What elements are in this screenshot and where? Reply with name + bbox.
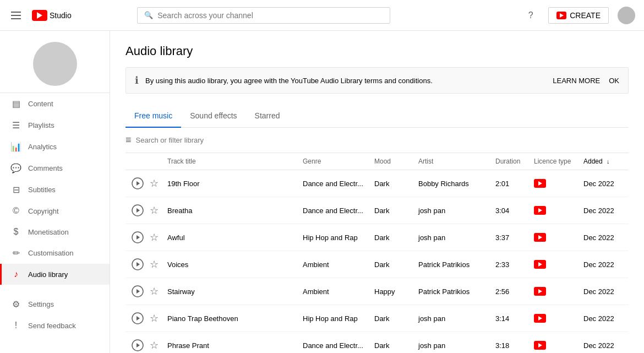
youtube-licence-badge: [534, 233, 546, 242]
track-controls: ☆: [130, 311, 159, 326]
help-button[interactable]: ?: [522, 7, 539, 24]
header-right: ? CREATE: [522, 7, 635, 24]
sidebar-label-copyright: Copyright: [28, 207, 59, 215]
track-artist: josh pan: [414, 197, 491, 224]
create-button[interactable]: CREATE: [548, 7, 609, 24]
track-controls-cell: ☆: [125, 224, 163, 251]
track-artist: josh pan: [414, 224, 491, 251]
filter-input[interactable]: [136, 136, 629, 144]
play-button[interactable]: [130, 338, 145, 353]
sidebar-avatar-section: [0, 31, 110, 93]
sidebar-label-analytics: Analytics: [28, 143, 57, 151]
track-title: Stairway: [163, 278, 298, 305]
table-row: ☆ Piano Trap Beethoven Hip Hop and Rap D…: [125, 305, 629, 332]
page-title: Audio library: [125, 44, 629, 58]
star-button[interactable]: ☆: [150, 177, 159, 189]
track-controls-cell: ☆: [125, 332, 163, 354]
play-button[interactable]: [130, 257, 145, 272]
sidebar-item-audio-library[interactable]: ♪ Audio library: [0, 264, 110, 285]
track-duration: 3:18: [491, 332, 530, 354]
track-artist: Bobby Richards: [414, 170, 491, 197]
main-content: Audio library ℹ By using this audio libr…: [110, 31, 644, 353]
track-licence: [530, 251, 579, 278]
star-button[interactable]: ☆: [150, 204, 159, 216]
youtube-licence-badge: [534, 206, 546, 215]
play-button[interactable]: [130, 284, 145, 299]
track-title: Voices: [163, 251, 298, 278]
track-added: Dec 2022: [579, 278, 629, 305]
track-added: Dec 2022: [579, 332, 629, 354]
track-genre: Ambient: [298, 278, 370, 305]
sidebar-item-playlists[interactable]: ☰ Playlists: [0, 115, 110, 136]
track-controls-cell: ☆: [125, 251, 163, 278]
tracks-body: ☆ 19th Floor Dance and Electr... Dark Bo…: [125, 170, 629, 354]
sidebar-item-analytics[interactable]: 📊 Analytics: [0, 136, 110, 158]
play-button[interactable]: [130, 203, 145, 218]
table-header: Track title Genre Mood Artist Duration L…: [125, 153, 629, 170]
star-button[interactable]: ☆: [150, 231, 159, 243]
track-title: Phrase Prant: [163, 332, 298, 354]
create-icon: [556, 12, 566, 19]
search-icon: 🔍: [144, 11, 153, 19]
sidebar-item-copyright[interactable]: © Copyright: [0, 200, 110, 221]
sidebar-item-customisation[interactable]: ✏ Customisation: [0, 242, 110, 264]
svg-marker-7: [137, 262, 140, 267]
star-button[interactable]: ☆: [150, 285, 159, 297]
track-added: Dec 2022: [579, 170, 629, 197]
svg-marker-3: [137, 208, 140, 213]
search-bar[interactable]: 🔍: [137, 7, 390, 24]
sidebar-item-content[interactable]: ▤ Content: [0, 93, 110, 115]
avatar[interactable]: [618, 7, 635, 24]
track-duration: 3:14: [491, 305, 530, 332]
ok-button[interactable]: OK: [609, 77, 619, 85]
sidebar-item-comments[interactable]: 💬 Comments: [0, 158, 110, 179]
menu-icon[interactable]: [9, 9, 23, 21]
track-artist: josh pan: [414, 332, 491, 354]
track-licence: [530, 278, 579, 305]
track-added: Dec 2022: [579, 224, 629, 251]
tab-sound-effects[interactable]: Sound effects: [181, 105, 245, 128]
logo: Studio: [32, 10, 72, 21]
track-title: Piano Trap Beethoven: [163, 305, 298, 332]
play-button[interactable]: [130, 230, 145, 245]
track-licence: [530, 332, 579, 354]
sidebar-item-monetisation[interactable]: $ Monetisation: [0, 221, 110, 242]
sidebar-item-subtitles[interactable]: ⊟ Subtitles: [0, 179, 110, 200]
col-added[interactable]: Added ↓: [579, 153, 629, 170]
create-label: CREATE: [570, 11, 601, 20]
sidebar-item-settings[interactable]: ⚙ Settings: [0, 294, 110, 315]
col-duration: Duration: [491, 153, 530, 170]
sidebar-label-customisation: Customisation: [28, 249, 73, 257]
table-row: ☆ Awful Hip Hop and Rap Dark josh pan 3:…: [125, 224, 629, 251]
star-button[interactable]: ☆: [150, 312, 159, 324]
youtube-licence-badge: [534, 314, 546, 323]
tab-free-music[interactable]: Free music: [125, 105, 181, 128]
tabs: Free music Sound effects Starred: [125, 105, 629, 128]
learn-more-link[interactable]: LEARN MORE: [553, 77, 600, 85]
youtube-icon: [32, 10, 47, 21]
track-controls: ☆: [130, 176, 159, 191]
track-artist: josh pan: [414, 305, 491, 332]
sidebar-label-audio-library: Audio library: [28, 270, 68, 279]
header-left: Studio: [9, 9, 72, 21]
track-mood: Dark: [370, 170, 414, 197]
search-input[interactable]: [157, 11, 383, 20]
track-licence: [530, 305, 579, 332]
track-artist: Patrick Patrikios: [414, 251, 491, 278]
sidebar-item-send-feedback[interactable]: ! Send feedback: [0, 315, 110, 336]
track-genre: Dance and Electr...: [298, 170, 370, 197]
track-duration: 2:56: [491, 278, 530, 305]
star-button[interactable]: ☆: [150, 339, 159, 351]
play-button[interactable]: [130, 176, 145, 191]
play-button[interactable]: [130, 311, 145, 326]
track-controls: ☆: [130, 230, 159, 245]
monetisation-icon: $: [10, 227, 21, 237]
col-artist: Artist: [414, 153, 491, 170]
track-artist: Patrick Patrikios: [414, 278, 491, 305]
studio-label: Studio: [50, 11, 72, 20]
audio-library-icon: ♪: [10, 269, 21, 279]
comments-icon: 💬: [10, 163, 21, 173]
col-mood: Mood: [370, 153, 414, 170]
star-button[interactable]: ☆: [150, 258, 159, 270]
tab-starred[interactable]: Starred: [246, 105, 289, 128]
